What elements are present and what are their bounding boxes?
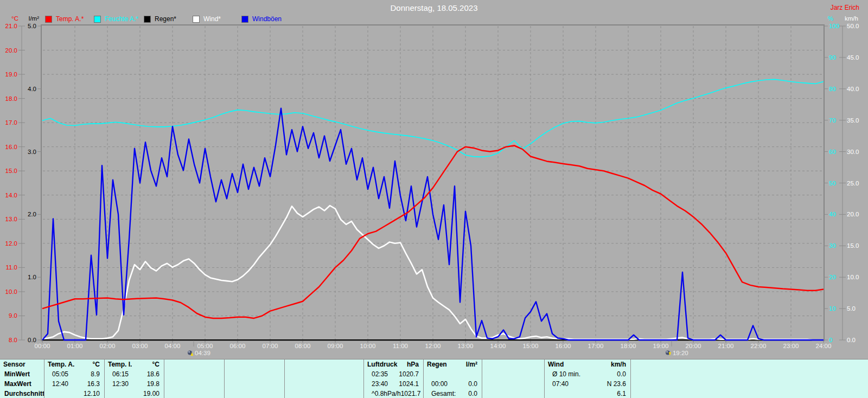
- sunset-time: 19:20: [673, 350, 688, 356]
- legend-item-wind: Wind*: [193, 15, 221, 23]
- empty-cell: [630, 360, 868, 369]
- svg-text:20:00: 20:00: [686, 343, 701, 349]
- svg-text:25.0: 25.0: [847, 180, 859, 187]
- col-header-temp-a: Temp. A.°C: [44, 360, 104, 369]
- svg-text:2.0: 2.0: [28, 211, 36, 217]
- empty-cell: [284, 389, 363, 398]
- svg-text:5.0: 5.0: [847, 305, 856, 312]
- empty-cell: [164, 360, 224, 369]
- svg-text:10: 10: [829, 305, 836, 312]
- weather-chart-canvas[interactable]: 21.020.019.018.017.016.015.014.013.012.0…: [0, 0, 868, 359]
- col-header-pressure: LuftdruckhPa: [363, 360, 423, 369]
- svg-text:08:00: 08:00: [295, 343, 311, 349]
- svg-text:24:00: 24:00: [816, 343, 832, 349]
- svg-text:30.0: 30.0: [847, 149, 859, 155]
- humidity-swatch-icon: [94, 16, 101, 23]
- empty-cell: [224, 389, 284, 398]
- row-label-min: MinWert: [0, 369, 44, 379]
- rain-max: 00:000.0: [423, 379, 482, 389]
- svg-text:07:00: 07:00: [263, 343, 278, 349]
- svg-text:06:00: 06:00: [230, 343, 246, 349]
- svg-text:21:00: 21:00: [718, 343, 734, 349]
- legend-label: Feuchte A.*: [105, 15, 138, 23]
- svg-text:20.0: 20.0: [5, 47, 17, 54]
- svg-text:13.0: 13.0: [5, 216, 17, 222]
- svg-text:80: 80: [829, 86, 836, 92]
- svg-text:14.0: 14.0: [5, 192, 17, 198]
- empty-cell: [164, 389, 224, 398]
- sunset-icon: [665, 350, 672, 356]
- table-corner-label: Sensor: [0, 360, 44, 369]
- col-header-wind: Windkm/h: [544, 360, 630, 369]
- svg-text:12.0: 12.0: [5, 240, 17, 247]
- svg-text:20.0: 20.0: [847, 211, 859, 217]
- temp-i-max: 12:3019.8: [104, 379, 164, 389]
- svg-text:18:00: 18:00: [621, 343, 636, 349]
- empty-cell: [482, 389, 544, 398]
- empty-cell: [224, 369, 284, 379]
- empty-cell: [630, 379, 868, 389]
- pressure-max: 23:401024.1: [363, 379, 423, 389]
- legend-item-rain: Regen*: [144, 15, 176, 23]
- svg-text:90: 90: [829, 54, 836, 61]
- temp-i-min: 06:1518.6: [104, 369, 164, 379]
- pressure-min: 02:351020.7: [363, 369, 423, 379]
- svg-text:03:00: 03:00: [132, 343, 148, 349]
- row-label-max: MaxWert: [0, 379, 44, 389]
- svg-text:20: 20: [829, 274, 836, 280]
- temp-a-max: 12:4016.3: [44, 379, 104, 389]
- svg-text:40: 40: [829, 211, 836, 217]
- svg-text:70: 70: [829, 117, 836, 124]
- svg-text:11:00: 11:00: [393, 343, 408, 349]
- temp-swatch-icon: [45, 16, 52, 23]
- rain-avg: Gesamt:0.0: [423, 389, 482, 398]
- empty-cell: [224, 360, 284, 369]
- empty-cell: [630, 369, 868, 379]
- svg-text:01:00: 01:00: [67, 343, 83, 349]
- empty-cell: [482, 369, 544, 379]
- col-header-rain: Regenl/m²: [423, 360, 482, 369]
- svg-text:10.0: 10.0: [847, 274, 859, 280]
- empty-cell: [284, 379, 363, 389]
- svg-text:04:00: 04:00: [165, 343, 181, 349]
- empty-cell: [482, 360, 544, 369]
- legend-item-temp: Temp. A.*: [45, 15, 84, 23]
- empty-cell: [482, 379, 544, 389]
- empty-cell: [224, 379, 284, 389]
- legend-label: Temp. A.*: [56, 15, 84, 23]
- svg-text:60: 60: [829, 149, 836, 155]
- svg-text:8.0: 8.0: [9, 337, 17, 343]
- legend-label: Regen*: [155, 15, 176, 23]
- legend-label: Wind*: [203, 15, 221, 23]
- svg-text:15.0: 15.0: [847, 242, 859, 249]
- svg-text:23:00: 23:00: [783, 343, 799, 349]
- sunrise-icon: [187, 350, 194, 356]
- svg-text:30: 30: [829, 242, 836, 249]
- empty-cell: [164, 379, 224, 389]
- svg-text:1.0: 1.0: [28, 274, 36, 280]
- sunset-marker: 19:20: [665, 350, 688, 356]
- svg-text:16:00: 16:00: [556, 343, 571, 349]
- col-header-temp-i: Temp. I.°C: [104, 360, 164, 369]
- svg-text:16.0: 16.0: [5, 144, 17, 150]
- wind-avg: 6.1: [544, 389, 630, 398]
- svg-text:10.0: 10.0: [5, 288, 17, 295]
- wind-swatch-icon: [193, 16, 200, 23]
- svg-text:10:00: 10:00: [360, 343, 376, 349]
- svg-text:17.0: 17.0: [5, 119, 17, 126]
- svg-text:13:00: 13:00: [458, 343, 474, 349]
- svg-text:3.0: 3.0: [28, 149, 36, 155]
- rain-swatch-icon: [144, 16, 151, 23]
- summary-table: Sensor Temp. A.°C Temp. I.°C LuftdruckhP…: [0, 359, 868, 398]
- empty-cell: [630, 389, 868, 398]
- empty-cell: [284, 360, 363, 369]
- svg-text:17:00: 17:00: [588, 343, 604, 349]
- weather-app-window: Donnerstag, 18.05.2023 Jarz Erich 21.020…: [0, 0, 868, 398]
- temp-i-avg: 19.00: [104, 389, 164, 398]
- svg-text:4.0: 4.0: [28, 86, 36, 92]
- empty-cell: [284, 369, 363, 379]
- svg-text:09:00: 09:00: [328, 343, 343, 349]
- svg-text:35.0: 35.0: [847, 117, 859, 124]
- svg-text:15:00: 15:00: [523, 343, 539, 349]
- rain-min: [423, 369, 482, 379]
